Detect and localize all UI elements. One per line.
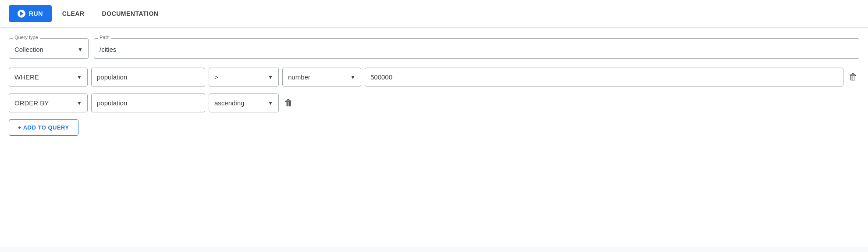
where-delete-button[interactable]: 🗑 — [847, 70, 859, 84]
where-operator-select[interactable]: > ▼ — [209, 68, 279, 86]
where-field-input[interactable] — [91, 68, 205, 86]
query-type-wrapper: Query type Collection ▼ — [9, 38, 89, 59]
where-clause-arrow: ▼ — [77, 74, 82, 80]
where-type-value: number — [288, 73, 310, 81]
add-to-query-label: + ADD TO QUERY — [18, 124, 69, 131]
path-label: Path — [98, 35, 111, 40]
order-by-clause-select[interactable]: ORDER BY ▼ — [9, 94, 88, 112]
path-input[interactable] — [94, 40, 859, 58]
where-row: WHERE ▼ > ▼ number ▼ 🗑 — [9, 68, 859, 86]
query-type-select[interactable]: Collection ▼ — [9, 40, 88, 58]
where-value-input[interactable] — [365, 68, 843, 86]
order-by-direction-value: ascending — [214, 99, 244, 107]
query-type-value: Collection — [14, 46, 43, 53]
documentation-button[interactable]: DOCUMENTATION — [95, 6, 166, 22]
where-clause-select[interactable]: WHERE ▼ — [9, 68, 88, 86]
top-bar: RUN CLEAR DOCUMENTATION — [0, 0, 868, 28]
order-by-row: ORDER BY ▼ ascending ▼ 🗑 — [9, 94, 859, 112]
where-type-select[interactable]: number ▼ — [282, 68, 361, 86]
run-button[interactable]: RUN — [9, 5, 52, 22]
add-to-query-button[interactable]: + ADD TO QUERY — [9, 119, 78, 136]
run-label: RUN — [29, 10, 43, 17]
order-by-clause-value: ORDER BY — [14, 99, 49, 107]
order-by-direction-arrow: ▼ — [268, 100, 273, 106]
query-type-label: Query type — [13, 35, 40, 40]
where-type-arrow: ▼ — [350, 74, 356, 80]
path-wrapper: Path — [94, 38, 859, 59]
query-type-path-row: Query type Collection ▼ Path — [9, 38, 859, 59]
where-operator-arrow: ▼ — [268, 74, 273, 80]
query-type-dropdown-arrow: ▼ — [78, 47, 83, 53]
order-by-delete-button[interactable]: 🗑 — [282, 96, 295, 110]
order-by-clause-arrow: ▼ — [77, 100, 82, 106]
clear-button[interactable]: CLEAR — [55, 6, 92, 22]
where-clause-value: WHERE — [14, 73, 39, 81]
play-icon — [18, 10, 25, 18]
order-by-field-input[interactable] — [91, 94, 205, 112]
where-operator-value: > — [214, 73, 218, 81]
order-by-direction-select[interactable]: ascending ▼ — [209, 94, 279, 112]
main-content: Query type Collection ▼ Path WHERE ▼ > ▼… — [0, 28, 868, 247]
